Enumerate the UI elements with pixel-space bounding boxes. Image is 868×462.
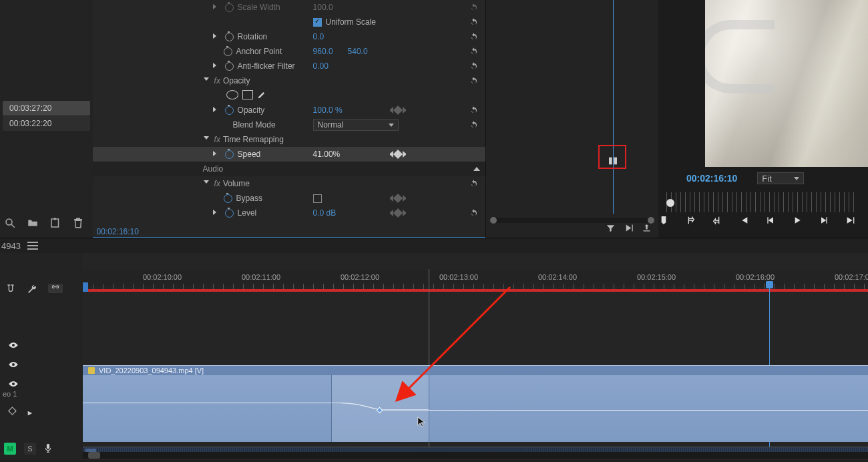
stopwatch-icon[interactable] [225, 150, 234, 159]
group-time-remap[interactable]: Time Remapping [223, 135, 284, 144]
project-item-1[interactable]: 00:03:27:20 [3, 101, 90, 116]
mask-rect-icon[interactable] [242, 90, 253, 99]
search-icon[interactable] [4, 217, 16, 231]
new-item-icon[interactable] [49, 217, 61, 231]
trash-icon[interactable] [72, 217, 84, 231]
linked-selection-icon[interactable] [48, 284, 63, 293]
mask-pen-icon[interactable] [257, 90, 266, 101]
reset-icon[interactable] [469, 105, 479, 115]
settings-icon[interactable] [27, 284, 37, 296]
reset-icon[interactable] [469, 32, 479, 41]
value-flicker[interactable]: 0.00 [313, 61, 329, 71]
fit-value: Fit [762, 174, 771, 184]
play-only-icon[interactable] [624, 223, 634, 235]
prop-opacity: Opacity [238, 105, 265, 115]
reset-icon[interactable] [469, 120, 479, 130]
reset-icon[interactable] [469, 3, 479, 12]
work-area-bar[interactable] [83, 289, 868, 292]
value-speed[interactable]: 41.00% [313, 150, 341, 159]
filter-icon[interactable] [606, 223, 616, 235]
ruler-tick: 00:02:14:00 [538, 273, 577, 281]
value-anchor-y[interactable]: 540.0 [348, 47, 368, 56]
folder-icon[interactable] [27, 217, 39, 231]
monitor-timecode[interactable]: 00:02:16:10 [686, 173, 737, 184]
reset-icon[interactable] [469, 179, 479, 188]
out-point-icon[interactable] [712, 215, 722, 228]
track-visibility-icon[interactable] [8, 380, 19, 390]
chevron-down-icon [389, 124, 394, 127]
reset-icon[interactable] [469, 208, 479, 218]
stopwatch-icon[interactable] [225, 62, 234, 71]
mute-button[interactable]: M [4, 443, 16, 455]
stopwatch-icon[interactable] [225, 209, 234, 218]
stopwatch-icon[interactable] [225, 33, 234, 41]
go-to-out-icon[interactable] [845, 215, 856, 228]
fit-dropdown[interactable]: Fit [757, 172, 804, 184]
panel-menu-icon[interactable] [27, 242, 38, 250]
speed-keyframe[interactable] [608, 156, 618, 168]
collapse-up-icon[interactable] [473, 167, 480, 171]
in-point-icon[interactable] [685, 215, 696, 228]
blend-mode-dropdown[interactable]: Normal [313, 119, 399, 131]
prop-anchor: Anchor Point [236, 47, 282, 56]
timeline-scrollbar[interactable] [83, 452, 868, 459]
value-scale-width[interactable]: 100.0 [313, 3, 333, 12]
cursor-icon [417, 416, 426, 430]
video-clip[interactable]: VID_20220903_094943.mp4 [V] [83, 365, 868, 442]
ruler-tick: 00:02:10:00 [143, 273, 182, 281]
program-monitor: 00:02:16:10 Fit [658, 0, 868, 238]
add-keyframe-icon[interactable] [8, 407, 17, 415]
track-visibility-icon[interactable] [8, 341, 19, 351]
keyframe-nav[interactable] [387, 151, 409, 158]
solo-button[interactable]: S [24, 443, 36, 455]
track-visibility-icon[interactable] [8, 361, 19, 371]
track-header: eo 1 M S [0, 253, 83, 460]
keyframe-nav[interactable] [387, 107, 409, 113]
preview-viewport[interactable] [705, 0, 868, 167]
step-back-icon[interactable] [765, 215, 776, 228]
group-volume[interactable]: Volume [223, 179, 250, 188]
value-opacity[interactable]: 100.0 % [313, 105, 343, 115]
reset-icon[interactable] [469, 76, 479, 85]
step-forward-icon[interactable] [819, 215, 829, 228]
effects-scrollbar[interactable] [490, 218, 654, 223]
uniform-scale-checkbox[interactable] [313, 18, 322, 27]
voice-over-icon[interactable] [44, 443, 52, 455]
value-level[interactable]: 0.0 dB [313, 208, 337, 218]
play-icon[interactable] [792, 215, 803, 228]
timeline-panel: 4943 eo 1 M S [0, 238, 868, 462]
mask-ellipse-icon[interactable] [226, 90, 238, 99]
reset-icon[interactable] [469, 17, 479, 27]
export-icon[interactable] [642, 223, 652, 235]
bypass-checkbox[interactable] [313, 194, 322, 203]
stopwatch-icon[interactable] [225, 3, 234, 12]
svg-rect-2 [51, 219, 59, 227]
stopwatch-icon[interactable] [224, 47, 232, 56]
monitor-scrubber[interactable] [666, 192, 856, 212]
ruler-tick: 00:02:11:00 [242, 273, 280, 281]
stopwatch-icon[interactable] [225, 106, 234, 115]
ruler-tick: 00:02:17:00 [835, 273, 868, 281]
timeline-tracks[interactable]: VID_20220903_094943.mp4 [V] 00:02:1 [83, 253, 868, 460]
sequence-tab[interactable]: 4943 [1, 241, 21, 251]
expand-track-icon[interactable] [27, 409, 33, 419]
group-opacity[interactable]: Opacity [223, 76, 250, 85]
marker-icon[interactable] [658, 215, 669, 228]
playhead-line [613, 0, 614, 214]
prop-bypass: Bypass [236, 194, 262, 203]
prop-speed: Speed [238, 150, 261, 159]
go-to-in-icon[interactable] [738, 215, 749, 228]
value-anchor-x[interactable]: 960.0 [313, 47, 333, 56]
reset-icon[interactable] [469, 47, 479, 56]
stopwatch-icon[interactable] [224, 194, 232, 203]
project-item-2[interactable]: 00:03:22:20 [3, 116, 90, 131]
effects-timecode[interactable]: 00:02:16:10 [97, 227, 139, 236]
snap-icon[interactable] [5, 284, 16, 296]
group-audio[interactable]: Audio [203, 164, 224, 174]
keyframe-nav[interactable] [387, 210, 409, 216]
effects-timeline[interactable] [486, 0, 658, 238]
value-rotation[interactable]: 0.0 [313, 32, 324, 41]
keyframe-nav[interactable] [387, 195, 409, 202]
reset-icon[interactable] [469, 61, 479, 71]
fx-badge-icon [88, 367, 95, 374]
